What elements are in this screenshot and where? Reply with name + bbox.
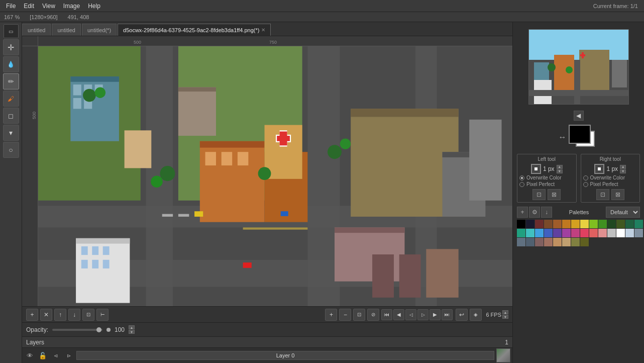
right-tool-size-up[interactable]: ▲ xyxy=(620,165,626,169)
tab-active[interactable]: d5ocwx-29f86d4a-6379-4525-9ac2-8fdeb3da1… xyxy=(118,24,271,36)
opacity-up[interactable]: ▲ xyxy=(129,325,135,329)
settings-palette-button[interactable]: ⚙ xyxy=(529,207,540,218)
left-extra-btn-2[interactable]: ⊠ xyxy=(548,189,561,200)
color-cell-14[interactable] xyxy=(517,229,525,237)
last-frame-button[interactable]: ⏭ xyxy=(442,309,453,320)
merge-layer-button[interactable]: ⊢ xyxy=(96,309,109,321)
color-cell-7[interactable] xyxy=(580,220,589,228)
color-cell-25[interactable] xyxy=(616,229,625,237)
color-cell-21[interactable] xyxy=(580,229,589,237)
menu-image[interactable]: Image xyxy=(59,2,84,11)
left-overwrite-color-radio[interactable] xyxy=(519,175,524,180)
color-cell-9[interactable] xyxy=(598,220,607,228)
color-cell-4[interactable] xyxy=(553,220,562,228)
add-layer-button[interactable]: + xyxy=(26,309,38,321)
menu-edit[interactable]: Edit xyxy=(20,2,38,11)
color-cell-34[interactable] xyxy=(571,238,580,246)
menu-file[interactable]: File xyxy=(2,2,20,11)
canvas-image[interactable] xyxy=(38,46,512,306)
tab-untitled-1[interactable]: untitled xyxy=(22,24,51,36)
left-tool-size-down[interactable]: ▼ xyxy=(557,169,563,173)
preview-prev[interactable]: ◀ xyxy=(574,111,584,121)
color-cell-22[interactable] xyxy=(589,229,598,237)
color-cell-6[interactable] xyxy=(571,220,580,228)
right-tool-size-down[interactable]: ▼ xyxy=(620,169,626,173)
opacity-circle[interactable] xyxy=(106,328,111,332)
tool-move[interactable]: ✛ xyxy=(3,39,19,55)
color-cell-1[interactable] xyxy=(526,220,534,228)
foreground-color-box[interactable] xyxy=(569,125,591,144)
tool-fill[interactable]: ▾ xyxy=(3,125,19,141)
duplicate-layer-button[interactable]: ⊡ xyxy=(82,309,94,321)
color-cell-12[interactable] xyxy=(625,220,634,228)
right-extra-btn-2[interactable]: ⊠ xyxy=(611,189,624,200)
color-cell-26[interactable] xyxy=(625,229,634,237)
add-palette-button[interactable]: + xyxy=(517,207,528,218)
menu-help[interactable]: Help xyxy=(84,2,104,11)
tool-marquee[interactable]: ▭ xyxy=(4,24,19,38)
color-cell-30[interactable] xyxy=(535,238,544,246)
color-cell-19[interactable] xyxy=(562,229,571,237)
import-palette-button[interactable]: ↓ xyxy=(541,207,552,218)
right-pixel-perfect-radio[interactable] xyxy=(583,182,588,187)
color-cell-33[interactable] xyxy=(562,238,571,246)
layer-name-input[interactable] xyxy=(76,351,494,360)
layer-lock-button[interactable]: 🔓 xyxy=(37,350,48,361)
tool-eraser[interactable]: ◻ xyxy=(3,108,19,124)
left-tool-size-up[interactable]: ▲ xyxy=(557,165,563,169)
color-cell-0[interactable] xyxy=(517,220,525,228)
fps-up[interactable]: ▲ xyxy=(502,310,508,314)
color-cell-18[interactable] xyxy=(553,229,562,237)
color-cell-28[interactable] xyxy=(517,238,525,246)
tool-ellipse[interactable]: ○ xyxy=(3,142,19,158)
color-cell-32[interactable] xyxy=(553,238,562,246)
color-cell-27[interactable] xyxy=(634,229,643,237)
tag-frame-button[interactable]: ⊘ xyxy=(367,309,379,321)
layer-visibility-button[interactable]: 👁 xyxy=(24,350,35,361)
remove-layer-button[interactable]: ✕ xyxy=(40,309,52,321)
color-swap-arrow[interactable]: ↔ xyxy=(559,133,567,142)
color-cell-13[interactable] xyxy=(634,220,643,228)
left-pixel-perfect-radio[interactable] xyxy=(519,182,524,187)
tool-pen[interactable]: ✏ xyxy=(3,73,19,89)
color-cell-3[interactable] xyxy=(544,220,553,228)
move-layer-up-button[interactable]: ↑ xyxy=(54,309,66,321)
remove-frame-button[interactable]: − xyxy=(339,309,351,321)
tab-untitled-2[interactable]: untitled xyxy=(52,24,80,36)
copy-frame-button[interactable]: ⊡ xyxy=(353,309,365,321)
color-cell-24[interactable] xyxy=(607,229,616,237)
canvas-wrapper[interactable]: 500 750 500 xyxy=(22,36,512,306)
tab-untitled-3[interactable]: untitled(*) xyxy=(82,24,117,36)
menu-view[interactable]: View xyxy=(38,2,59,11)
color-cell-15[interactable] xyxy=(526,229,534,237)
tab-close-button[interactable]: ✕ xyxy=(261,27,265,33)
first-frame-button[interactable]: ⏮ xyxy=(381,309,392,320)
color-cell-10[interactable] xyxy=(607,220,616,228)
step-back-button[interactable]: ◁ xyxy=(405,309,416,320)
color-cell-2[interactable] xyxy=(535,220,544,228)
opacity-slider[interactable] xyxy=(52,329,102,331)
layer-action-1[interactable]: ⊲ xyxy=(50,350,61,361)
left-extra-btn-1[interactable]: ⊡ xyxy=(532,189,546,200)
loop-button[interactable]: ↩ xyxy=(456,309,468,321)
color-cell-35[interactable] xyxy=(580,238,589,246)
color-cell-23[interactable] xyxy=(598,229,607,237)
next-frame-button[interactable]: ▶ xyxy=(430,309,441,320)
add-frame-button[interactable]: + xyxy=(325,309,337,321)
opacity-down[interactable]: ▼ xyxy=(129,330,135,334)
color-cell-5[interactable] xyxy=(562,220,571,228)
right-extra-btn-1[interactable]: ⊡ xyxy=(596,189,609,200)
fps-down[interactable]: ▼ xyxy=(502,315,508,319)
color-cell-11[interactable] xyxy=(616,220,625,228)
prev-frame-button[interactable]: ◀ xyxy=(393,309,404,320)
color-cell-31[interactable] xyxy=(544,238,553,246)
color-cell-8[interactable] xyxy=(589,220,598,228)
palette-select[interactable]: Default Custom DB16 xyxy=(606,207,640,218)
tool-eyedropper[interactable]: 💧 xyxy=(3,56,19,72)
color-cell-29[interactable] xyxy=(526,238,534,246)
move-layer-down-button[interactable]: ↓ xyxy=(68,309,80,321)
color-cell-16[interactable] xyxy=(535,229,544,237)
color-cell-17[interactable] xyxy=(544,229,553,237)
layer-action-2[interactable]: ⊳ xyxy=(63,350,74,361)
step-forward-button[interactable]: ▷ xyxy=(417,309,428,320)
